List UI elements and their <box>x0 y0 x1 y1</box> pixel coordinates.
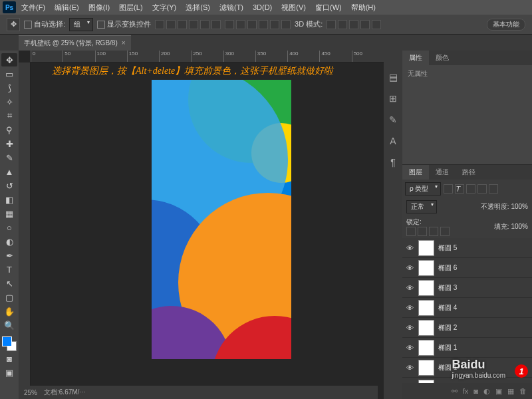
mode3d-icons[interactable] <box>327 20 381 29</box>
layer-thumb[interactable] <box>418 240 434 256</box>
layer-name: 椭圆 4 <box>438 303 457 313</box>
para-icon[interactable]: ¶ <box>386 156 400 169</box>
layer-row[interactable]: 👁椭圆 2 <box>402 318 532 338</box>
properties-panel: 无属性 <box>402 65 532 165</box>
color-swatch[interactable] <box>2 336 17 351</box>
layer-thumb[interactable] <box>418 320 434 336</box>
group-icon[interactable]: ▣ <box>495 387 502 396</box>
quickmask-toggle[interactable]: ◙ <box>1 352 17 365</box>
tab-paths[interactable]: 路径 <box>456 165 482 180</box>
visibility-icon[interactable]: 👁 <box>405 303 414 313</box>
document-canvas[interactable] <box>152 80 291 359</box>
move-tool[interactable]: ✥ <box>1 53 17 66</box>
autoselect-label: 自动选择: <box>34 20 65 28</box>
layer-filter-row: ρ 类型 T <box>402 180 532 198</box>
link-layers-icon[interactable]: ⚯ <box>452 387 458 396</box>
stamp-tool[interactable]: ▲ <box>1 165 17 178</box>
opacity-value[interactable]: 100% <box>511 203 528 210</box>
tab-color[interactable]: 颜色 <box>429 51 456 65</box>
tab-layers[interactable]: 图层 <box>402 165 429 180</box>
new-layer-icon[interactable]: ▦ <box>507 387 514 396</box>
lasso-tool[interactable]: ⟆ <box>1 81 17 94</box>
ps-logo: Ps <box>3 1 16 13</box>
layer-filter-icons[interactable]: T <box>444 184 498 194</box>
brushes-icon[interactable]: ✎ <box>386 113 400 126</box>
menu-image[interactable]: 图像(I) <box>84 1 114 15</box>
layer-row[interactable]: 👁椭圆 6 <box>402 258 532 278</box>
options-bar: ✥ 自动选择: 组 显示变换控件 3D 模式: 基本功能 <box>0 15 532 35</box>
pen-tool[interactable]: ✒ <box>1 249 17 262</box>
lock-icons[interactable] <box>406 227 450 236</box>
trash-icon[interactable]: 🗑 <box>519 387 527 395</box>
layer-thumb[interactable] <box>418 340 434 356</box>
heal-tool[interactable]: ✚ <box>1 137 17 150</box>
crop-tool[interactable]: ⌗ <box>1 109 17 122</box>
blur-tool[interactable]: ○ <box>1 221 17 234</box>
transform-checkbox[interactable] <box>97 21 105 29</box>
fill-label: 填充: <box>494 223 509 230</box>
marquee-tool[interactable]: ▭ <box>1 67 17 80</box>
menu-help[interactable]: 帮助(H) <box>347 1 380 15</box>
blend-mode-select[interactable]: 正常 <box>406 200 437 213</box>
layer-kind-select[interactable]: ρ 类型 <box>405 182 441 196</box>
type-tool[interactable]: T <box>1 263 17 276</box>
menu-layer[interactable]: 图层(L) <box>115 1 146 15</box>
dodge-tool[interactable]: ◐ <box>1 235 17 248</box>
layer-row[interactable]: 👁椭圆 3 <box>402 278 532 298</box>
layer-thumb[interactable] <box>418 280 434 296</box>
tab-channels[interactable]: 通道 <box>429 165 456 180</box>
gradient-tool[interactable]: ▦ <box>1 207 17 220</box>
adjust-icon[interactable]: ◐ <box>483 387 490 396</box>
fx-icon[interactable]: fx <box>463 387 469 395</box>
menu-view[interactable]: 视图(V) <box>277 1 310 15</box>
layer-row[interactable]: 👁椭圆 4 <box>402 298 532 318</box>
menu-select[interactable]: 选择(S) <box>182 1 214 15</box>
tab-properties[interactable]: 属性 <box>402 51 429 65</box>
visibility-icon[interactable]: 👁 <box>405 263 414 273</box>
document-tab[interactable]: 手机壁纸 @ 25% (背景, RGB/8) × <box>19 35 131 51</box>
visibility-icon[interactable]: 👁 <box>405 283 414 293</box>
menu-filter[interactable]: 滤镜(T) <box>215 1 247 15</box>
visibility-icon[interactable]: 👁 <box>405 363 414 372</box>
move-tool-icon[interactable]: ✥ <box>7 18 20 31</box>
ruler-horizontal: 050100150200250300350400450500 <box>31 51 384 63</box>
autoselect-target-select[interactable]: 组 <box>69 18 93 31</box>
history-brush-tool[interactable]: ↺ <box>1 179 17 192</box>
shape-tool[interactable]: ▢ <box>1 291 17 304</box>
menu-3d[interactable]: 3D(D) <box>249 1 276 13</box>
layer-thumb[interactable] <box>418 360 434 376</box>
align-icons[interactable] <box>155 20 221 29</box>
callout-badge-1: 1 <box>515 364 528 378</box>
hand-tool[interactable]: ✋ <box>1 305 17 318</box>
swatches-icon[interactable]: ⊞ <box>386 92 400 105</box>
distribute-icons[interactable] <box>225 20 291 29</box>
char-icon[interactable]: A <box>386 134 400 148</box>
history-icon[interactable]: ▤ <box>386 70 400 84</box>
zoom-tool[interactable]: 🔍 <box>1 319 17 332</box>
wand-tool[interactable]: ✧ <box>1 95 17 108</box>
autoselect-checkbox[interactable] <box>24 21 32 29</box>
mode3d-label: 3D 模式: <box>295 19 323 29</box>
eraser-tool[interactable]: ◧ <box>1 193 17 206</box>
menu-text[interactable]: 文字(Y) <box>148 1 181 15</box>
doc-info[interactable]: 文档:6.67M/⋯ <box>44 388 86 397</box>
menu-file[interactable]: 文件(F) <box>17 1 49 15</box>
fill-value[interactable]: 100% <box>511 223 528 230</box>
path-tool[interactable]: ↖ <box>1 277 17 290</box>
layer-thumb[interactable] <box>418 300 434 316</box>
screenmode-toggle[interactable]: ▣ <box>1 366 17 379</box>
menu-window[interactable]: 窗口(W) <box>311 1 346 15</box>
visibility-icon[interactable]: 👁 <box>405 243 414 253</box>
eyedropper-tool[interactable]: ⚲ <box>1 123 17 136</box>
layer-thumb[interactable] <box>418 260 434 276</box>
close-icon[interactable]: × <box>122 39 126 47</box>
layer-row[interactable]: 👁椭圆 5 <box>402 238 532 258</box>
visibility-icon[interactable]: 👁 <box>405 343 414 352</box>
workspace-select[interactable]: 基本功能 <box>487 19 525 31</box>
layer-row[interactable]: 👁椭圆 1 <box>402 338 532 358</box>
menu-edit[interactable]: 编辑(E) <box>51 1 83 15</box>
visibility-icon[interactable]: 👁 <box>405 323 414 332</box>
brush-tool[interactable]: ✎ <box>1 151 17 164</box>
zoom-level[interactable]: 25% <box>24 389 37 396</box>
mask-icon[interactable]: ◙ <box>473 387 478 395</box>
